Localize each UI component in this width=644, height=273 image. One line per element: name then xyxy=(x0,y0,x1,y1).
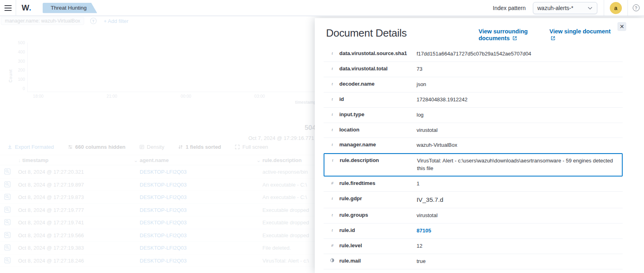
app-window: W. Threat Hunting Index pattern wazuh-al… xyxy=(0,0,644,273)
flyout-header: Document Details View surrounding docume… xyxy=(324,18,623,46)
field-row-rule.mail: rule.mailtrue xyxy=(324,254,623,269)
field-row-rule.groups: trule.groupsvirustotal xyxy=(324,208,623,224)
string-field-icon: t xyxy=(329,96,335,101)
string-field-icon: t xyxy=(329,111,335,117)
field-row-data.virustotal.source.sha1: tdata.virustotal.source.sha1f17dd151a664… xyxy=(324,47,623,62)
field-row-location: tlocationvirustotal xyxy=(324,123,623,138)
string-field-icon: t xyxy=(330,157,336,162)
top-navbar: W. Threat Hunting Index pattern wazuh-al… xyxy=(0,0,644,16)
string-field-icon: t xyxy=(329,227,335,232)
field-value: VirusTotal: Alert - c:\users\wazuh\downl… xyxy=(417,157,618,172)
field-value: f17dd151a664a71727d5c07b29a1542ae5707d04 xyxy=(417,50,619,58)
avatar-cell: a xyxy=(604,0,628,16)
string-field-icon: t xyxy=(329,127,335,132)
field-name: rule.description xyxy=(340,157,417,163)
field-value: virustotal xyxy=(417,212,619,220)
string-field-icon: t xyxy=(329,195,335,201)
field-name: location xyxy=(339,127,417,133)
field-row-input.type: tinput.typelog xyxy=(324,108,623,123)
field-row-rule.id: trule.id87105 xyxy=(324,224,623,239)
string-field-icon: t xyxy=(329,81,335,86)
document-field-list: tdata.virustotal.source.sha1f17dd151a664… xyxy=(324,47,623,273)
flyout-title: Document Details xyxy=(326,27,407,42)
field-name: rule.groups xyxy=(339,212,417,218)
string-field-icon: t xyxy=(329,66,335,71)
field-name: rule.gdpr xyxy=(339,195,417,201)
field-name: rule.mail xyxy=(339,258,417,264)
number-field-icon: # xyxy=(329,180,335,185)
field-value: 12 xyxy=(417,242,619,250)
field-row-manager.name: tmanager.namewazuh-VirtualBox xyxy=(324,138,623,153)
navbar-right-group: Index pattern wazuh-alerts-* a ? xyxy=(493,0,644,16)
help-icon: ? xyxy=(633,4,640,11)
string-field-icon: t xyxy=(329,142,335,147)
view-single-document-link[interactable]: View single document xyxy=(549,28,614,42)
close-icon[interactable]: ✕ xyxy=(617,22,626,31)
field-name: id xyxy=(339,96,417,102)
number-field-icon: # xyxy=(329,242,335,248)
index-pattern-label: Index pattern xyxy=(493,5,526,11)
field-name: input.type xyxy=(339,111,417,117)
field-name: rule.firedtimes xyxy=(339,180,417,186)
external-link-icon xyxy=(551,35,555,42)
wazuh-logo: W. xyxy=(16,3,37,12)
field-value: virustotal xyxy=(417,127,619,134)
field-value: wazuh-VirtualBox xyxy=(417,142,619,149)
boolean-field-icon xyxy=(329,258,335,263)
field-value: 73 xyxy=(417,66,619,73)
document-details-flyout: ✕ Document Details View surrounding docu… xyxy=(315,18,644,273)
field-name: decoder.name xyxy=(339,81,417,87)
field-row-rule.description: trule.descriptionVirusTotal: Alert - c:\… xyxy=(324,153,623,177)
field-name: manager.name xyxy=(339,142,417,148)
field-row-data.virustotal.total: tdata.virustotal.total73 xyxy=(324,62,623,77)
field-value: IV_35.7.d xyxy=(417,195,619,204)
field-value: log xyxy=(417,111,619,119)
field-value: json xyxy=(417,81,619,88)
field-row-rule.mitre.id: trule.mitre.idT1203 xyxy=(324,269,623,273)
index-pattern-value: wazuh-alerts-* xyxy=(537,5,573,11)
field-name: rule.level xyxy=(339,242,417,248)
user-avatar[interactable]: a xyxy=(610,2,622,14)
field-row-id: tid1728404838.1912242 xyxy=(324,92,623,108)
field-value: true xyxy=(417,258,619,265)
string-field-icon: t xyxy=(329,50,335,55)
field-value: 1728404838.1912242 xyxy=(417,96,619,104)
field-value: 1 xyxy=(417,180,619,188)
field-row-decoder.name: tdecoder.namejson xyxy=(324,77,623,92)
field-row-rule.gdpr: trule.gdprIV_35.7.d xyxy=(324,192,623,208)
string-field-icon: t xyxy=(329,212,335,217)
index-pattern-select[interactable]: wazuh-alerts-* xyxy=(533,2,597,14)
menu-icon[interactable] xyxy=(0,0,16,16)
external-link-icon xyxy=(512,35,517,42)
field-row-rule.firedtimes: #rule.firedtimes1 xyxy=(324,177,623,192)
help-button[interactable]: ? xyxy=(628,4,644,11)
field-name: rule.id xyxy=(339,227,417,233)
chevron-down-icon xyxy=(587,5,593,11)
field-name: data.virustotal.total xyxy=(339,66,417,72)
flyout-links: View surrounding documents View single d… xyxy=(479,27,623,42)
field-row-rule.level: #rule.level12 xyxy=(324,239,623,254)
field-value-link[interactable]: 87105 xyxy=(417,227,619,235)
view-surrounding-documents-link[interactable]: View surrounding documents xyxy=(479,28,532,42)
tab-threat-hunting[interactable]: Threat Hunting xyxy=(43,3,97,13)
field-name: data.virustotal.source.sha1 xyxy=(339,50,417,56)
